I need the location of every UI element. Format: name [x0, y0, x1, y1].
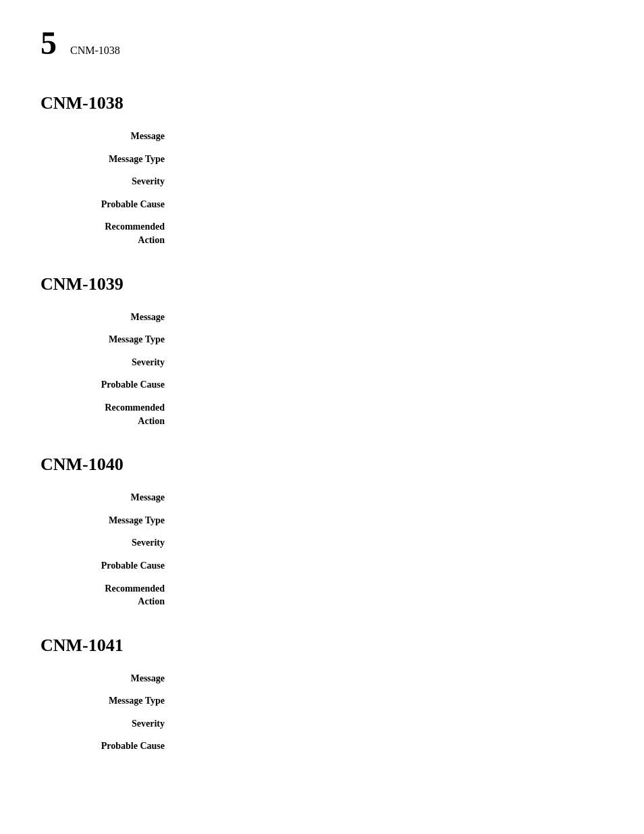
field-label-cnm-1041-2: Severity — [41, 717, 176, 731]
field-label-cnm-1039-2: Severity — [41, 356, 176, 369]
field-label-cnm-1040-4: RecommendedAction — [41, 582, 176, 608]
field-row-cnm-1038-4: RecommendedAction — [41, 220, 603, 246]
field-row-cnm-1041-1: Message Type — [41, 694, 603, 708]
section-cnm-1041: CNM-1041MessageMessage TypeSeverityProba… — [41, 635, 603, 753]
field-row-cnm-1039-2: Severity — [41, 356, 603, 369]
field-row-cnm-1039-4: RecommendedAction — [41, 401, 603, 427]
field-label-cnm-1038-3: Probable Cause — [41, 198, 176, 211]
section-title-cnm-1038: CNM-1038 — [41, 93, 603, 113]
field-row-cnm-1038-3: Probable Cause — [41, 198, 603, 211]
field-row-cnm-1040-1: Message Type — [41, 514, 603, 527]
section-cnm-1038: CNM-1038MessageMessage TypeSeverityProba… — [41, 93, 603, 247]
field-row-cnm-1039-1: Message Type — [41, 333, 603, 346]
field-row-cnm-1040-2: Severity — [41, 536, 603, 550]
field-label-cnm-1040-1: Message Type — [41, 514, 176, 527]
field-label-cnm-1039-4: RecommendedAction — [41, 401, 176, 427]
field-label-cnm-1040-2: Severity — [41, 536, 176, 550]
field-label-cnm-1039-1: Message Type — [41, 333, 176, 346]
section-cnm-1040: CNM-1040MessageMessage TypeSeverityProba… — [41, 454, 603, 608]
page-header: 5 CNM-1038 — [41, 27, 603, 59]
field-label-cnm-1040-3: Probable Cause — [41, 559, 176, 573]
field-label-cnm-1040-0: Message — [41, 491, 176, 504]
section-title-cnm-1039: CNM-1039 — [41, 274, 603, 294]
field-label-cnm-1038-2: Severity — [41, 175, 176, 188]
field-label-cnm-1038-4: RecommendedAction — [41, 220, 176, 246]
field-label-cnm-1041-0: Message — [41, 672, 176, 685]
field-row-cnm-1038-2: Severity — [41, 175, 603, 188]
field-row-cnm-1040-0: Message — [41, 491, 603, 504]
field-row-cnm-1040-3: Probable Cause — [41, 559, 603, 573]
page-header-title: CNM-1038 — [70, 45, 120, 57]
field-row-cnm-1041-0: Message — [41, 672, 603, 685]
field-row-cnm-1041-2: Severity — [41, 717, 603, 731]
section-title-cnm-1040: CNM-1040 — [41, 454, 603, 475]
field-row-cnm-1041-3: Probable Cause — [41, 739, 603, 753]
field-row-cnm-1039-0: Message — [41, 311, 603, 324]
field-label-cnm-1038-1: Message Type — [41, 153, 176, 166]
sections-container: CNM-1038MessageMessage TypeSeverityProba… — [41, 93, 603, 753]
field-row-cnm-1038-0: Message — [41, 130, 603, 143]
field-label-cnm-1041-1: Message Type — [41, 694, 176, 708]
field-label-cnm-1041-3: Probable Cause — [41, 739, 176, 753]
field-label-cnm-1039-0: Message — [41, 311, 176, 324]
section-cnm-1039: CNM-1039MessageMessage TypeSeverityProba… — [41, 274, 603, 428]
field-row-cnm-1039-3: Probable Cause — [41, 378, 603, 392]
page-number: 5 — [41, 27, 57, 59]
field-row-cnm-1038-1: Message Type — [41, 153, 603, 166]
section-title-cnm-1041: CNM-1041 — [41, 635, 603, 656]
field-label-cnm-1038-0: Message — [41, 130, 176, 143]
field-row-cnm-1040-4: RecommendedAction — [41, 582, 603, 608]
field-label-cnm-1039-3: Probable Cause — [41, 378, 176, 392]
